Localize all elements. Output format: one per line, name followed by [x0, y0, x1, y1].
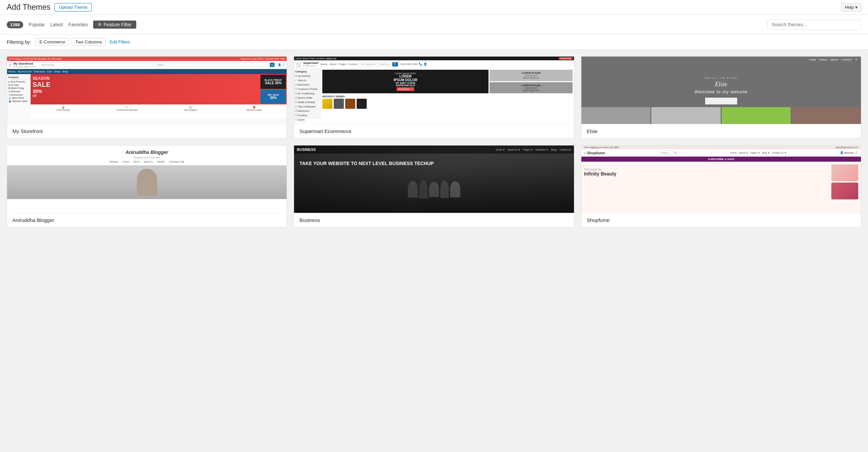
theme-preview-my-storefront: 1474 Days 13 Hours 58 Minutes 50 Seconds… [7, 57, 287, 124]
filtering-row: Filtering by: E-Commerce Two Columns Edi… [0, 35, 868, 50]
theme-preview-elsie: HOMETRAVELABOUTCONTACT 🔍 HELLO, I'M ELSI… [581, 57, 861, 124]
aniruddha-nav: TRAVELFOODTECHHEALTHSPORTCONTACT ME [7, 159, 287, 165]
mstore-body: Products ▸ New Products $ On Sale ✪ Blac… [7, 74, 287, 118]
theme-card-supermart[interactable]: Lorem Ipsum Dolor sit amet, adipiscing S… [294, 56, 574, 138]
elsie-title: Elsie [715, 81, 727, 88]
upload-theme-button[interactable]: Upload Theme [55, 3, 92, 11]
shopfume-hero: Free shipping on orders over $80 sales@y… [581, 145, 861, 213]
mstore-main: SEASON SALE 30% off BLACK FRIDAY SALE 30… [31, 74, 287, 118]
elsie-photos [581, 107, 861, 124]
theme-name-shopfume: Shopfume [581, 213, 861, 227]
business-nav: BUSINESS Home ▼About Us ▼Pages ▼Schedule… [294, 145, 574, 153]
theme-preview-supermart: Lorem Ipsum Dolor sit amet, adipiscing S… [294, 57, 574, 124]
theme-name-supermart: Supermart Ecommerce [294, 124, 574, 138]
elsie-learn-more-btn[interactable]: LEARN MORE [705, 98, 738, 105]
aniruddha-subtitle: Blogging from Press likes [7, 156, 287, 159]
help-button[interactable]: Help ▾ [841, 3, 861, 11]
shopfume-title: Infinity Beauty [584, 171, 829, 176]
mstore-footer: 🚚Free Shiping ↩Convenient Refunds 💬Fast … [31, 105, 287, 113]
filter-bar: 1398 Popular Latest Favorites ⚙ Feature … [0, 15, 868, 35]
shopfume-navlinks: HomeAbout UsPages ▼Blog ▼Contact Us ▼ [731, 151, 786, 154]
shopfume-logo: ♪ Shopfume [584, 151, 605, 155]
theme-card-shopfume[interactable]: Free shipping on orders over $80 sales@y… [581, 145, 861, 227]
mstore-sidebar: Products ▸ New Products $ On Sale ✪ Blac… [7, 74, 31, 118]
themes-grid: 1474 Days 13 Hours 58 Minutes 50 Seconds… [0, 50, 868, 234]
tab-favorites[interactable]: Favorites [68, 21, 88, 29]
mstore-header-bar: 1474 Days 13 Hours 58 Minutes 50 Seconds… [7, 57, 287, 61]
supermart-categories: Category ☑ Accessories ✓ Vaccum ☐ Electr… [294, 68, 321, 119]
theme-preview-business: BUSINESS Home ▼About Us ▼Pages ▼Schedule… [294, 145, 574, 213]
filtering-label: Filtering by: [7, 39, 31, 45]
theme-preview-shopfume: Free shipping on orders over $80 sales@y… [581, 145, 861, 213]
gear-icon: ⚙ [98, 22, 102, 27]
theme-card-business[interactable]: BUSINESS Home ▼About Us ▼Pages ▼Schedule… [294, 145, 574, 227]
business-hero: BUSINESS Home ▼About Us ▼Pages ▼Schedule… [294, 145, 574, 213]
page-title: Add Themes [7, 3, 51, 12]
supermart-main: Category ☑ Accessories ✓ Vaccum ☐ Electr… [294, 68, 574, 119]
tab-latest[interactable]: Latest [50, 21, 63, 29]
theme-card-my-storefront[interactable]: 1474 Days 13 Hours 58 Minutes 50 Seconds… [7, 56, 287, 138]
mstore-navlinks: HomeMy AccountCheckoutCartShopBlog [7, 69, 287, 74]
theme-name-aniruddha: Aniruddha Blogger [7, 213, 287, 227]
business-hero-title: TAKE YOUR WEBSITE TO NEXT LEVEL BUSINESS… [300, 160, 568, 166]
theme-name-elsie: Elsie [581, 124, 861, 138]
shopfume-text: Get ready for Infinity Beauty [584, 164, 829, 209]
aniruddha-hero: Aniruddha Blogger Blogging from Press li… [7, 145, 287, 213]
shopfume-content: Get ready for Infinity Beauty [581, 162, 861, 212]
supermart-main-banner: Lorem ipsum dolor LOREM IPSUM DOLOR SIT … [322, 70, 489, 93]
shopfume-tagline: Get ready for [584, 168, 829, 171]
theme-count-badge: 1398 [7, 21, 23, 28]
elsie-nav: HOMETRAVELABOUTCONTACT 🔍 [581, 57, 861, 63]
chevron-down-icon: ▾ [855, 5, 858, 10]
filter-tag-twocolumns: Two Columns [72, 38, 106, 46]
filter-tag-ecommerce: E-Commerce [36, 38, 69, 46]
supermart-topbar: Lorem Ipsum Dolor sit amet, adipiscing S… [294, 57, 574, 60]
shopfume-product-images [831, 164, 858, 209]
shopfume-topbar: Free shipping on orders over $80 sales@y… [581, 145, 861, 149]
supermart-content: Lorem ipsum dolor LOREM IPSUM DOLOR SIT … [321, 68, 574, 119]
page-header: Add Themes Upload Theme Help ▾ [0, 0, 868, 15]
elsie-tagline: Welcome to my website [694, 89, 748, 94]
business-logo: BUSINESS [297, 147, 316, 151]
supermart-products [322, 99, 572, 109]
supermart-side-banners: LOREM IPSUM DOLOR SIT AMET ADIPISC LOREM… [490, 70, 572, 93]
mstore-nav: 🛒 My Storefront Add your tagline here Al… [7, 61, 287, 69]
theme-card-elsie[interactable]: HOMETRAVELABOUTCONTACT 🔍 HELLO, I'M ELSI… [581, 56, 861, 138]
theme-name-business: Business [294, 213, 574, 227]
search-wrap [767, 20, 861, 30]
search-input[interactable] [767, 20, 861, 30]
shopfume-nav: ♪ Shopfume Search... 🔍 HomeAbout UsPages… [581, 149, 861, 157]
aniruddha-image [7, 165, 287, 199]
supermart-nav: 🛒 Supermart Ecommerce HomeAboutPagesCont… [294, 60, 574, 68]
edit-filters-link[interactable]: Edit Filters [110, 39, 130, 45]
tab-popular[interactable]: Popular [29, 21, 45, 29]
theme-name-my-storefront: My Storefront [7, 124, 287, 138]
theme-card-aniruddha[interactable]: Aniruddha Blogger Blogging from Press li… [7, 145, 287, 227]
theme-preview-aniruddha: Aniruddha Blogger Blogging from Press li… [7, 145, 287, 213]
supermart-banners: Lorem ipsum dolor LOREM IPSUM DOLOR SIT … [322, 70, 572, 93]
elsie-hero: HOMETRAVELABOUTCONTACT 🔍 HELLO, I'M ELSI… [581, 57, 861, 124]
tab-feature-filter[interactable]: ⚙ Feature Filter [93, 21, 136, 29]
